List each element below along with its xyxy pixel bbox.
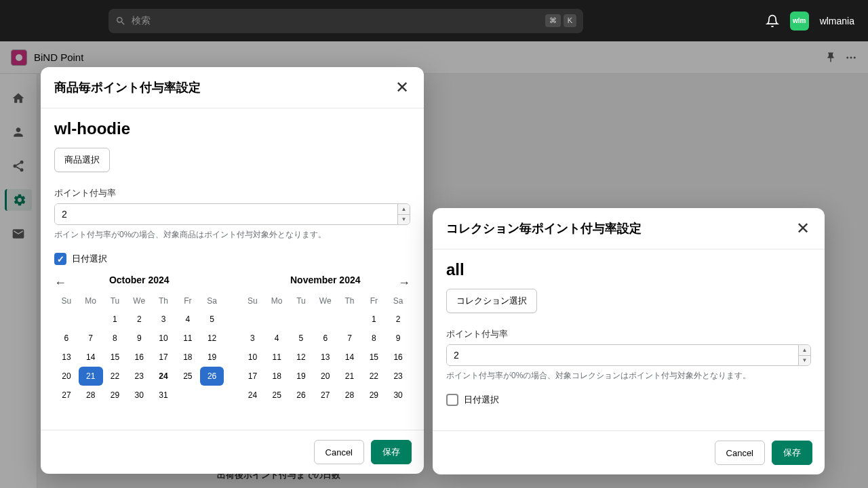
calendar-day[interactable]: 1 bbox=[361, 310, 386, 329]
calendar-weekday: Sa bbox=[386, 292, 410, 310]
date-checkbox[interactable] bbox=[446, 394, 458, 406]
calendar-day[interactable]: 12 bbox=[200, 329, 224, 348]
calendar-day[interactable]: 7 bbox=[79, 329, 103, 348]
calendar-day[interactable]: 18 bbox=[264, 367, 289, 386]
username: wlmania bbox=[820, 16, 854, 26]
calendar-day[interactable]: 28 bbox=[338, 386, 362, 405]
calendar-weekday: Th bbox=[338, 292, 362, 310]
collection-select-button[interactable]: コレクション選択 bbox=[446, 289, 537, 313]
calendar-day[interactable]: 29 bbox=[361, 386, 386, 405]
calendar-day[interactable]: 6 bbox=[54, 329, 79, 348]
calendar-day[interactable]: 14 bbox=[338, 348, 362, 367]
save-button[interactable]: 保存 bbox=[371, 440, 412, 464]
cancel-button[interactable]: Cancel bbox=[314, 440, 364, 464]
calendar-weekday: We bbox=[313, 292, 338, 310]
calendar-month-left: October 2024 SuMoTuWeThFrSa1234567891011… bbox=[54, 274, 224, 405]
calendar-day[interactable]: 21 bbox=[79, 367, 103, 386]
calendar-day[interactable]: 21 bbox=[338, 367, 362, 386]
calendar-day[interactable]: 30 bbox=[386, 386, 410, 405]
calendar-day[interactable]: 24 bbox=[241, 386, 265, 405]
calendar-day[interactable]: 2 bbox=[386, 310, 410, 329]
calendar-day[interactable]: 23 bbox=[127, 367, 151, 386]
calendar: ← → October 2024 SuMoTuWeThFrSa123456789… bbox=[54, 274, 410, 405]
calendar-day[interactable]: 17 bbox=[151, 348, 176, 367]
calendar-weekday: Mo bbox=[264, 292, 289, 310]
calendar-day[interactable]: 13 bbox=[54, 348, 79, 367]
rate-help-text: ポイント付与率が0%の場合、対象商品はポイント付与対象外となります。 bbox=[54, 229, 410, 241]
calendar-day[interactable]: 19 bbox=[289, 367, 313, 386]
calendar-day[interactable]: 7 bbox=[338, 329, 362, 348]
calendar-weekday: Fr bbox=[176, 292, 200, 310]
calendar-day[interactable]: 15 bbox=[103, 348, 127, 367]
calendar-day[interactable]: 14 bbox=[79, 348, 103, 367]
calendar-day[interactable]: 12 bbox=[289, 348, 313, 367]
calendar-prev[interactable]: ← bbox=[54, 276, 66, 290]
calendar-day[interactable]: 24 bbox=[151, 367, 176, 386]
calendar-day[interactable]: 16 bbox=[127, 348, 151, 367]
calendar-day[interactable]: 3 bbox=[151, 310, 176, 329]
rate-decrement[interactable]: ▼ bbox=[799, 356, 810, 366]
close-button[interactable]: ✕ bbox=[394, 79, 410, 96]
date-checkbox-label: 日付選択 bbox=[72, 253, 107, 265]
calendar-day[interactable]: 25 bbox=[264, 386, 289, 405]
calendar-day[interactable]: 30 bbox=[127, 386, 151, 405]
calendar-day[interactable]: 9 bbox=[386, 329, 410, 348]
calendar-day[interactable]: 28 bbox=[79, 386, 103, 405]
calendar-day[interactable]: 22 bbox=[361, 367, 386, 386]
calendar-day[interactable]: 5 bbox=[200, 310, 224, 329]
calendar-day[interactable]: 27 bbox=[313, 386, 338, 405]
save-button[interactable]: 保存 bbox=[772, 441, 812, 465]
calendar-day[interactable]: 6 bbox=[313, 329, 338, 348]
product-select-button[interactable]: 商品選択 bbox=[54, 148, 110, 172]
calendar-next[interactable]: → bbox=[398, 276, 410, 290]
calendar-day[interactable]: 10 bbox=[151, 329, 176, 348]
calendar-weekday: Su bbox=[241, 292, 265, 310]
collection-name: all bbox=[446, 260, 811, 279]
calendar-weekday: Sa bbox=[200, 292, 224, 310]
calendar-day[interactable]: 10 bbox=[241, 348, 265, 367]
rate-input[interactable] bbox=[447, 345, 798, 365]
rate-increment[interactable]: ▲ bbox=[799, 345, 810, 356]
calendar-day[interactable]: 17 bbox=[241, 367, 265, 386]
calendar-day[interactable]: 8 bbox=[361, 329, 386, 348]
rate-increment[interactable]: ▲ bbox=[398, 204, 410, 215]
calendar-day[interactable]: 26 bbox=[200, 367, 224, 386]
calendar-day[interactable]: 20 bbox=[313, 367, 338, 386]
calendar-day[interactable]: 11 bbox=[264, 348, 289, 367]
calendar-day[interactable]: 15 bbox=[361, 348, 386, 367]
calendar-day[interactable]: 31 bbox=[151, 386, 176, 405]
cancel-button[interactable]: Cancel bbox=[715, 441, 765, 465]
calendar-day[interactable]: 13 bbox=[313, 348, 338, 367]
calendar-day[interactable]: 20 bbox=[54, 367, 79, 386]
calendar-weekday: We bbox=[127, 292, 151, 310]
calendar-day[interactable]: 8 bbox=[103, 329, 127, 348]
calendar-day[interactable]: 26 bbox=[289, 386, 313, 405]
calendar-day[interactable]: 4 bbox=[176, 310, 200, 329]
calendar-day[interactable]: 29 bbox=[103, 386, 127, 405]
calendar-day[interactable]: 2 bbox=[127, 310, 151, 329]
calendar-day[interactable]: 22 bbox=[103, 367, 127, 386]
calendar-day[interactable]: 11 bbox=[176, 329, 200, 348]
close-button[interactable]: ✕ bbox=[795, 220, 811, 237]
search-input[interactable]: 検索 ⌘ K bbox=[108, 9, 583, 33]
calendar-title-right: November 2024 bbox=[241, 274, 411, 285]
calendar-weekday: Fr bbox=[361, 292, 386, 310]
bell-icon[interactable] bbox=[766, 14, 779, 28]
calendar-day[interactable]: 18 bbox=[176, 348, 200, 367]
avatar[interactable]: wlm bbox=[790, 12, 809, 30]
calendar-day[interactable]: 9 bbox=[127, 329, 151, 348]
calendar-day[interactable]: 25 bbox=[176, 367, 200, 386]
calendar-day[interactable]: 19 bbox=[200, 348, 224, 367]
rate-decrement[interactable]: ▼ bbox=[398, 215, 410, 225]
calendar-day[interactable]: 16 bbox=[386, 348, 410, 367]
modal-title: コレクション毎ポイント付与率設定 bbox=[446, 220, 642, 237]
calendar-weekday: Th bbox=[151, 292, 176, 310]
calendar-day[interactable]: 27 bbox=[54, 386, 79, 405]
calendar-day[interactable]: 4 bbox=[264, 329, 289, 348]
calendar-day[interactable]: 23 bbox=[386, 367, 410, 386]
rate-input[interactable] bbox=[55, 204, 397, 224]
calendar-day[interactable]: 3 bbox=[241, 329, 265, 348]
calendar-day[interactable]: 5 bbox=[289, 329, 313, 348]
date-checkbox[interactable] bbox=[54, 253, 66, 265]
calendar-day[interactable]: 1 bbox=[103, 310, 127, 329]
